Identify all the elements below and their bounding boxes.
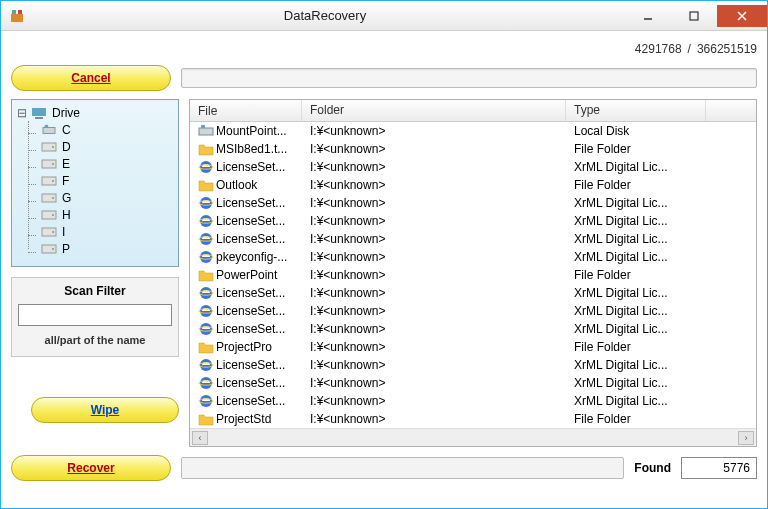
- table-row[interactable]: PowerPointI:¥<unknown>File Folder: [190, 266, 756, 284]
- tree-drive-item[interactable]: H: [38, 206, 174, 223]
- file-name: PowerPoint: [216, 268, 277, 282]
- folder-path: I:¥<unknown>: [302, 232, 566, 246]
- file-name: LicenseSet...: [216, 196, 285, 210]
- progress-bar: [181, 68, 757, 88]
- tree-drive-item[interactable]: E: [38, 155, 174, 172]
- file-name: ProjectPro: [216, 340, 272, 354]
- folder-path: I:¥<unknown>: [302, 286, 566, 300]
- folder-path: I:¥<unknown>: [302, 160, 566, 174]
- file-name: LicenseSet...: [216, 160, 285, 174]
- file-name: LicenseSet...: [216, 358, 285, 372]
- tree-drive-item[interactable]: P: [38, 240, 174, 257]
- folder-path: I:¥<unknown>: [302, 340, 566, 354]
- file-type: File Folder: [566, 412, 706, 426]
- svg-rect-1: [12, 10, 16, 14]
- found-count: 5776: [681, 457, 757, 479]
- table-row[interactable]: LicenseSet...I:¥<unknown>XrML Digital Li…: [190, 194, 756, 212]
- folder-path: I:¥<unknown>: [302, 322, 566, 336]
- table-row[interactable]: LicenseSet...I:¥<unknown>XrML Digital Li…: [190, 230, 756, 248]
- horizontal-scrollbar[interactable]: ‹ ›: [190, 428, 756, 446]
- folder-path: I:¥<unknown>: [302, 394, 566, 408]
- ie-icon: [198, 196, 214, 210]
- column-file[interactable]: File: [190, 100, 302, 121]
- file-name: ProjectStd: [216, 412, 271, 426]
- drive-tree[interactable]: ⊟ Drive CDEFGHIP: [11, 99, 179, 267]
- table-row[interactable]: LicenseSet...I:¥<unknown>XrML Digital Li…: [190, 212, 756, 230]
- minimize-button[interactable]: [625, 5, 671, 27]
- title-bar: DataRecovery: [1, 1, 767, 31]
- table-row[interactable]: LicenseSet...I:¥<unknown>XrML Digital Li…: [190, 320, 756, 338]
- table-row[interactable]: ProjectStdI:¥<unknown>File Folder: [190, 410, 756, 428]
- svg-rect-0: [11, 14, 23, 22]
- recover-button[interactable]: Recover: [11, 455, 171, 481]
- svg-rect-2: [18, 10, 22, 14]
- collapse-icon[interactable]: ⊟: [16, 106, 28, 120]
- drive-icon: [41, 243, 57, 255]
- file-name: LicenseSet...: [216, 214, 285, 228]
- table-row[interactable]: MountPoint...I:¥<unknown>Local Disk: [190, 122, 756, 140]
- ie-icon: [198, 286, 214, 300]
- file-name: Outlook: [216, 178, 257, 192]
- table-row[interactable]: OutlookI:¥<unknown>File Folder: [190, 176, 756, 194]
- folder-path: I:¥<unknown>: [302, 304, 566, 318]
- ie-icon: [198, 304, 214, 318]
- table-row[interactable]: LicenseSet...I:¥<unknown>XrML Digital Li…: [190, 284, 756, 302]
- file-type: XrML Digital Lic...: [566, 376, 706, 390]
- file-type: File Folder: [566, 268, 706, 282]
- file-name: LicenseSet...: [216, 376, 285, 390]
- scroll-right-icon[interactable]: ›: [738, 431, 754, 445]
- file-name: LicenseSet...: [216, 286, 285, 300]
- scan-filter-hint: all/part of the name: [18, 334, 172, 346]
- file-name: LicenseSet...: [216, 394, 285, 408]
- file-type: XrML Digital Lic...: [566, 358, 706, 372]
- local-icon: [198, 124, 214, 138]
- table-row[interactable]: LicenseSet...I:¥<unknown>XrML Digital Li…: [190, 374, 756, 392]
- file-name: pkeyconfig-...: [216, 250, 287, 264]
- table-row[interactable]: LicenseSet...I:¥<unknown>XrML Digital Li…: [190, 302, 756, 320]
- wipe-button[interactable]: Wipe: [31, 397, 179, 423]
- folder-path: I:¥<unknown>: [302, 214, 566, 228]
- close-button[interactable]: [717, 5, 767, 27]
- table-row[interactable]: pkeyconfig-...I:¥<unknown>XrML Digital L…: [190, 248, 756, 266]
- tree-drive-item[interactable]: I: [38, 223, 174, 240]
- tree-drive-item[interactable]: G: [38, 189, 174, 206]
- folder-icon: [198, 268, 214, 282]
- column-type[interactable]: Type: [566, 100, 706, 121]
- folder-path: I:¥<unknown>: [302, 250, 566, 264]
- file-type: XrML Digital Lic...: [566, 322, 706, 336]
- counter-total: 366251519: [697, 42, 757, 56]
- folder-path: I:¥<unknown>: [302, 358, 566, 372]
- folder-icon: [198, 412, 214, 426]
- drive-icon: [41, 175, 57, 187]
- table-row[interactable]: LicenseSet...I:¥<unknown>XrML Digital Li…: [190, 392, 756, 410]
- window-title: DataRecovery: [25, 8, 625, 23]
- tree-drive-item[interactable]: D: [38, 138, 174, 155]
- scan-filter-panel: Scan Filter all/part of the name: [11, 277, 179, 357]
- drive-icon: [41, 226, 57, 238]
- file-type: Local Disk: [566, 124, 706, 138]
- column-folder[interactable]: Folder: [302, 100, 566, 121]
- file-type: XrML Digital Lic...: [566, 232, 706, 246]
- ie-icon: [198, 376, 214, 390]
- scan-filter-input[interactable]: [18, 304, 172, 326]
- list-body[interactable]: MountPoint...I:¥<unknown>Local DiskMSIb8…: [190, 122, 756, 428]
- table-row[interactable]: MSIb8ed1.t...I:¥<unknown>File Folder: [190, 140, 756, 158]
- cancel-button[interactable]: Cancel: [11, 65, 171, 91]
- table-row[interactable]: ProjectProI:¥<unknown>File Folder: [190, 338, 756, 356]
- drive-icon: [41, 124, 57, 136]
- folder-icon: [198, 178, 214, 192]
- file-name: LicenseSet...: [216, 304, 285, 318]
- tree-root[interactable]: ⊟ Drive: [16, 104, 174, 121]
- tree-drive-item[interactable]: F: [38, 172, 174, 189]
- svg-rect-4: [690, 12, 698, 20]
- ie-icon: [198, 394, 214, 408]
- file-type: XrML Digital Lic...: [566, 304, 706, 318]
- maximize-button[interactable]: [671, 5, 717, 27]
- file-type: XrML Digital Lic...: [566, 196, 706, 210]
- status-bar: [181, 457, 624, 479]
- file-list[interactable]: File Folder Type MountPoint...I:¥<unknow…: [189, 99, 757, 447]
- scroll-left-icon[interactable]: ‹: [192, 431, 208, 445]
- tree-drive-item[interactable]: C: [38, 121, 174, 138]
- table-row[interactable]: LicenseSet...I:¥<unknown>XrML Digital Li…: [190, 356, 756, 374]
- table-row[interactable]: LicenseSet...I:¥<unknown>XrML Digital Li…: [190, 158, 756, 176]
